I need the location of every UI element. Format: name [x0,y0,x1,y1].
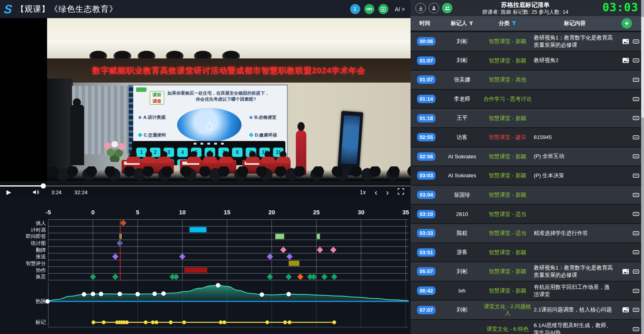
filter-active-icon[interactable] [512,21,516,26]
info-icon[interactable] [350,4,360,14]
time-badge[interactable]: 02:55 [417,133,436,141]
table-row[interactable]: 01:18 王平 智慧课堂 - 新颖 [411,109,644,127]
table-row[interactable]: 03:04 翁国珍 智慧课堂 - 新颖 [411,186,644,204]
svg-text:统计图: 统计图 [31,241,46,246]
table-row[interactable]: 03:03 AI Sokrates 智慧课堂 - 新颖 (P) 生本决策 [411,166,644,185]
link-icon[interactable] [633,174,639,178]
col-category[interactable]: 分类 [481,20,534,27]
link-icon[interactable] [633,250,639,254]
quiz-option-d: D.健康环保 [250,132,277,138]
link-icon[interactable] [633,289,639,293]
col-marker[interactable]: 标记人 [443,20,481,27]
link-icon[interactable] [364,4,374,14]
time-badge[interactable]: 01:14 [417,95,436,103]
student-figure [203,151,217,163]
add-mark-button[interactable]: + [621,18,632,29]
time-badge[interactable]: 01:18 [417,114,436,122]
time-badge[interactable]: 02:56 [417,152,436,161]
link-icon[interactable] [633,193,639,197]
image-icon[interactable] [622,39,629,44]
link-icon[interactable] [633,327,639,331]
marker-name: lxh [443,288,481,294]
table-row[interactable]: 05:57 刘彬 智慧课堂 - 新颖 教研视角1：教育数字化是教育高质量发展的必… [411,262,644,281]
answer-button[interactable]: 4 [177,147,188,157]
table-row[interactable]: 01:07 刘彬 智慧课堂 - 新颖 教研视角2 [411,52,644,70]
link-icon[interactable] [633,308,639,312]
prev-icon[interactable]: ‹ [375,188,378,196]
answer-button[interactable]: 8 [232,147,243,157]
table-row[interactable]: 03:51 游客 智慧课堂 - 新颖 [411,243,644,262]
table-row[interactable]: 02:56 AI Sokrates 智慧课堂 - 新颖 (P) 全班互动 [411,147,644,166]
play-button[interactable]: ▶ [6,189,11,196]
time-badge[interactable]: 05:57 [417,267,436,276]
scrollbar[interactable] [641,0,644,334]
time-badge[interactable]: 03:51 [417,248,436,257]
left-header: S 【观课】《绿色生态教育》 AI > [0,0,411,18]
image-icon[interactable] [622,269,629,274]
table-row[interactable]: 课堂文化 - 6.特色 6.1AI思维导图及时生成，教师、学生与AI协 [411,320,644,334]
student-figure [157,151,171,163]
category-label: 智慧课堂 - 适当 [481,209,534,219]
participants-icon[interactable] [442,3,452,13]
link-icon[interactable] [633,154,639,158]
table-row[interactable]: 01:14 李老师 合作学习 - 思考讨论 [411,90,644,108]
image-icon[interactable] [622,307,629,313]
category-label: 智慧课堂 - 其他 [481,75,534,85]
svg-text:20: 20 [268,209,275,216]
progress-bar[interactable] [0,185,411,187]
time-badge[interactable]: 07:07 [417,306,436,314]
link-icon[interactable] [633,97,639,101]
link-icon[interactable] [633,135,639,139]
ai-button[interactable]: AI > [395,6,405,12]
svg-text:15: 15 [224,209,231,216]
time-badge[interactable]: 06:42 [417,286,436,295]
link-icon[interactable] [633,231,639,235]
link-icon[interactable] [633,39,639,44]
download-icon[interactable] [415,3,426,13]
video-player[interactable]: 数字赋能职业教育高效课堂研讨活动暨成都市智慧职教联盟2024学术年会 课前 调查… [0,18,411,197]
person-icon[interactable] [429,3,439,13]
fullscreen-icon[interactable] [398,188,404,196]
svg-text:5: 5 [136,209,139,216]
marker-name: 刘彬 [443,268,481,275]
student-figure [246,151,260,163]
link-icon[interactable] [633,116,639,120]
timeline-chart[interactable]: -505101520253035挑人计时器即问即答统计图翻牌推送智慧评分协作换页… [0,197,411,334]
time-badge[interactable]: 03:03 [417,171,436,180]
link-icon[interactable] [633,212,639,216]
house-icon: ⌂ [205,117,214,133]
table-row[interactable]: 03:33 陈权 智慧课堂 - 适当 精准选择学生进行作答 [411,224,644,243]
progress-fill [0,185,43,187]
table-row[interactable]: 00:06 刘彬 智慧课堂 - 新颖 教研视角1：教育数字化是教育高质量发展的必… [411,32,644,51]
svg-text:计时器: 计时器 [31,227,46,233]
time-badge[interactable]: 03:04 [417,191,436,199]
time-badge[interactable]: 03:33 [417,229,436,237]
table-row[interactable]: 01:07 张美娜 智慧课堂 - 其他 [411,71,644,89]
link-icon[interactable] [633,270,639,274]
filter-icon[interactable] [469,21,473,26]
scrollbar-thumb[interactable] [641,17,644,118]
time-badge[interactable]: 03:10 [417,210,436,218]
link-icon[interactable] [633,58,639,62]
time-badge[interactable]: 01:07 [417,56,436,65]
marks-table[interactable]: 00:06 刘彬 智慧课堂 - 新颖 教研视角1：教育数字化是教育高质量发展的必… [411,32,644,334]
image-icon[interactable] [622,58,629,63]
table-row[interactable]: 06:42 lxh 智慧课堂 - 新颖 有机应用数字回归工作场景，激活课堂 [411,282,644,300]
category-label: 课堂文化 - 2.问题植入 [481,301,534,318]
table-row[interactable]: 02:55 访客 智慧课堂 - 建议 815945 [411,128,644,147]
content-text: 教研视角1：教育数字化是教育高质量发展的必修课 [534,34,616,49]
link-icon[interactable] [633,78,639,82]
time-badge[interactable]: 00:06 [417,37,436,46]
time-badge[interactable]: 01:07 [417,75,436,84]
category-label: 合作学习 - 思考讨论 [481,94,534,104]
table-row[interactable]: 07:07 刘彬 课堂文化 - 2.问题植入 2.1课前问题调查，植入核心问题 [411,301,644,319]
table-row[interactable]: 03:10 2610 智慧课堂 - 适当 [411,205,644,223]
svg-text:标记: 标记 [35,319,46,325]
svg-text:35: 35 [402,209,409,216]
playback-speed[interactable]: 1x [360,189,366,195]
next-icon[interactable]: › [386,188,389,196]
volume-icon[interactable] [32,189,39,195]
svg-text:30: 30 [358,209,365,216]
category-label: 课堂文化 - 6.特色 [481,324,534,334]
export-icon[interactable] [378,4,388,14]
